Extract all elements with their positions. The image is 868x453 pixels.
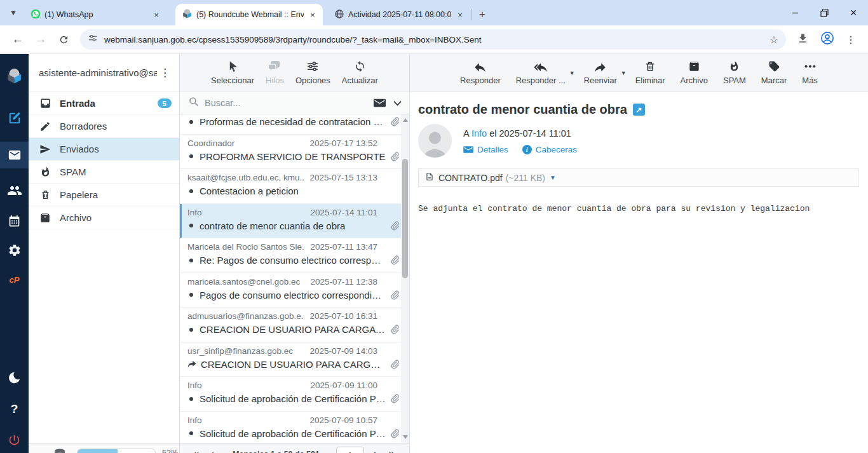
message-row[interactable]: Info2025-07-09 10:57Solicitud de aprobac…	[180, 412, 409, 443]
open-in-new-window-icon[interactable]: ↗	[633, 104, 645, 116]
page-input[interactable]	[336, 447, 364, 453]
settings-gear-icon[interactable]	[0, 238, 29, 262]
downloads-icon[interactable]	[797, 32, 809, 47]
paperclip-icon	[390, 359, 400, 370]
next-page-icon[interactable]: ›	[368, 447, 383, 453]
delete-button[interactable]: Eliminar	[628, 60, 673, 85]
headers-toggle[interactable]: i Cabeceras	[522, 145, 577, 154]
message-status-dot[interactable]	[189, 259, 193, 262]
message-row[interactable]: ksaait@fcjse.utb.edu.ec, kmu...2025-07-1…	[180, 169, 409, 204]
roundcube-icon	[182, 8, 193, 21]
search-scope-mail-icon[interactable]	[374, 98, 386, 108]
more-button[interactable]: Más	[794, 60, 825, 85]
folder-entrada[interactable]: Entrada 5	[29, 92, 179, 115]
folder-label: SPAM	[60, 166, 172, 177]
select-button[interactable]: Seleccionar	[205, 60, 260, 85]
account-menu-icon[interactable]: ⋮	[157, 66, 173, 79]
list-scrollbar[interactable]	[401, 114, 409, 443]
url-text[interactable]: webmail.sanjuan.gob.ec/cpsess1535909589/…	[104, 35, 770, 44]
contacts-icon[interactable]	[0, 179, 29, 203]
calendar-icon[interactable]	[0, 209, 29, 233]
reply-all-button[interactable]: Responder ...	[508, 61, 573, 85]
folder-papelera[interactable]: Papelera	[29, 184, 179, 206]
message-row[interactable]: Coordinador2025-07-17 13:52PROFORMA SERV…	[180, 135, 409, 170]
scroll-down-icon[interactable]	[403, 435, 408, 439]
message-status-dot[interactable]	[189, 120, 193, 124]
threads-button[interactable]: Hilos	[260, 60, 290, 85]
profile-icon[interactable]	[820, 31, 834, 48]
archive-button[interactable]: Archivo	[673, 60, 715, 85]
quota-progress-fill	[78, 449, 118, 453]
cpanel-icon[interactable]: cP	[0, 267, 29, 292]
message-date: 2025-07-17 13:52	[309, 139, 377, 148]
forward-button[interactable]: Reenviar	[576, 61, 625, 85]
tab-close-icon[interactable]: ×	[308, 10, 318, 20]
search-input[interactable]	[205, 98, 374, 108]
tab-close-icon[interactable]: ×	[151, 10, 161, 20]
folder-enviados[interactable]: Enviados	[29, 138, 179, 161]
attachment-bar[interactable]: CONTRATO.pdf (~211 KB) ▼	[418, 168, 859, 187]
message-status-dot[interactable]	[189, 397, 193, 401]
reply-all-caret-icon[interactable]: ▼	[569, 70, 575, 76]
scrollbar-thumb[interactable]	[402, 159, 408, 278]
mail-nav-icon[interactable]	[0, 142, 29, 168]
message-status-dot[interactable]	[189, 293, 193, 297]
bookmark-star-icon[interactable]: ☆	[770, 34, 778, 46]
refresh-button[interactable]: Actualizar	[336, 60, 384, 85]
tab-close-icon[interactable]: ×	[455, 10, 465, 20]
message-row[interactable]: Info2025-07-14 11:01contrato de menor cu…	[180, 204, 409, 239]
tab-actividad[interactable]: Actividad 2025-07-11 08:00:00 ×	[328, 4, 470, 25]
message-status-dot[interactable]	[189, 224, 193, 227]
recipient-link[interactable]: Info	[471, 128, 487, 139]
help-icon[interactable]: ?	[0, 397, 29, 421]
tab-whatsapp[interactable]: (1) WhatsApp ×	[24, 4, 166, 25]
message-status-dot[interactable]	[189, 189, 193, 193]
attachment-menu-caret-icon[interactable]: ▼	[550, 174, 556, 181]
attachment-name[interactable]: CONTRATO.pdf	[438, 173, 503, 183]
search-options-chevron-icon[interactable]	[393, 100, 402, 106]
message-row[interactable]: usr_sinfip@finanzas.gob.ec2025-07-09 14:…	[180, 342, 409, 377]
message-status-dot[interactable]	[189, 154, 193, 158]
account-header: asistente-administrativo@sa... ⋮	[29, 54, 179, 92]
reload-icon[interactable]	[54, 30, 73, 49]
logout-power-icon[interactable]	[0, 428, 29, 452]
address-bar[interactable]: webmail.sanjuan.gob.ec/cpsess1535909589/…	[80, 29, 786, 50]
forward-caret-icon[interactable]: ▼	[621, 70, 627, 76]
folder-borradores[interactable]: Borradores	[29, 115, 179, 138]
message-row[interactable]: maricela.santos@cnel.gob.ec2025-07-11 12…	[180, 273, 409, 308]
details-toggle[interactable]: Detalles	[463, 145, 508, 154]
site-settings-icon[interactable]	[88, 33, 98, 46]
mark-button[interactable]: Marcar	[754, 60, 794, 85]
last-page-icon[interactable]: »	[383, 447, 400, 453]
prev-page-icon[interactable]: ‹	[205, 447, 220, 453]
chrome-menu-icon[interactable]: ⋮	[846, 34, 856, 46]
message-status-dot[interactable]	[189, 431, 193, 435]
reply-button[interactable]: Responder	[452, 61, 508, 85]
forward-icon[interactable]: →	[31, 30, 50, 49]
message-row[interactable]: Info2025-07-09 11:00Solicitud de aprobac…	[180, 377, 409, 412]
minimize-button[interactable]	[780, 0, 810, 25]
dark-mode-moon-icon[interactable]	[0, 365, 29, 389]
message-row[interactable]: admusuarios@finanzas.gob.e...2025-07-10 …	[180, 308, 409, 342]
new-tab-button[interactable]: +	[475, 7, 490, 22]
quota-percent: 52%	[162, 449, 178, 453]
message-status-dot[interactable]	[189, 328, 193, 332]
scroll-up-icon[interactable]	[403, 118, 408, 122]
spam-button[interactable]: SPAM	[715, 60, 754, 85]
close-window-button[interactable]: ×	[839, 0, 868, 25]
folder-spam[interactable]: SPAM	[29, 161, 179, 184]
message-list-panel: Seleccionar Hilos Opciones Actualizar	[180, 54, 410, 453]
list-options-button[interactable]: Opciones	[290, 60, 336, 85]
first-page-icon[interactable]: «	[187, 447, 205, 453]
recipient-line: A Info el 2025-07-14 11:01	[463, 128, 591, 139]
message-row[interactable]: Coordinadorlun 08:19Proformas de necesid…	[180, 114, 409, 135]
message-row[interactable]: Maricela del Rocio Santos Sie...2025-07-…	[180, 238, 409, 273]
tab-search-chevron-icon[interactable]: ▼	[5, 4, 22, 21]
archive-box-icon	[39, 212, 51, 224]
tab-roundcube-active[interactable]: (5) Roundcube Webmail :: Envia ×	[175, 4, 323, 25]
folder-archivo[interactable]: Archivo	[29, 206, 179, 229]
back-icon[interactable]: ←	[8, 30, 27, 49]
restore-button[interactable]	[810, 0, 839, 25]
compose-icon[interactable]	[0, 106, 29, 130]
spam-flame-icon	[39, 166, 51, 177]
